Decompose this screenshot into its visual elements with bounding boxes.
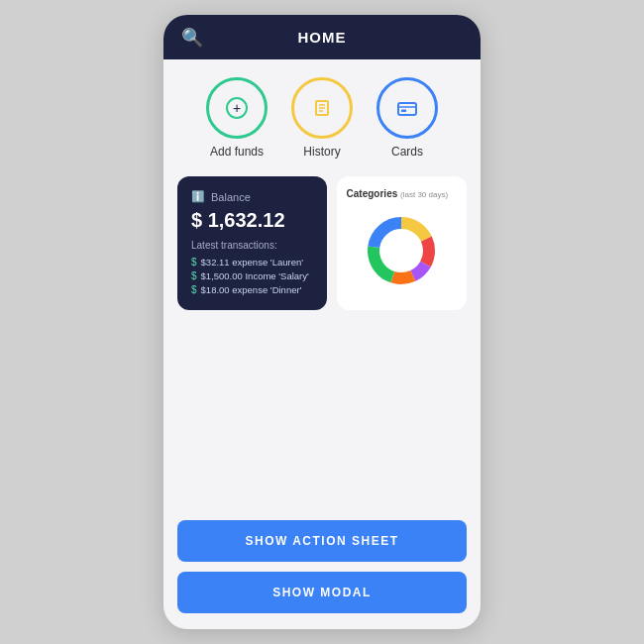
- quick-action-history[interactable]: History: [291, 77, 353, 159]
- transaction-1: $ $32.11 expense 'Lauren': [191, 257, 313, 268]
- search-icon[interactable]: 🔍: [181, 27, 203, 49]
- show-modal-button[interactable]: SHOW MODAL: [177, 572, 467, 613]
- balance-info-icon: ℹ️: [191, 190, 205, 203]
- add-funds-icon: +: [206, 77, 268, 139]
- transaction-text-3: $18.00 expense 'Dinner': [201, 284, 302, 295]
- categories-title: Categories (last 30 days): [347, 188, 457, 199]
- quick-actions-row: + Add funds History: [177, 77, 467, 159]
- cards-icon: [376, 77, 438, 139]
- transaction-icon-1: $: [191, 257, 197, 268]
- transaction-text-1: $32.11 expense 'Lauren': [201, 257, 303, 268]
- add-funds-label: Add funds: [210, 145, 264, 159]
- transactions-label: Latest transactions:: [191, 240, 313, 251]
- phone-container: 🔍 HOME + Add funds: [163, 15, 481, 629]
- balance-amount: $ 1,632.12: [191, 209, 313, 232]
- cards-label: Cards: [391, 145, 423, 159]
- content-area: + Add funds History: [163, 59, 481, 629]
- history-label: History: [303, 145, 340, 159]
- svg-rect-8: [401, 110, 406, 113]
- show-action-sheet-button[interactable]: SHOW ACTION SHEET: [177, 520, 467, 562]
- quick-action-add-funds[interactable]: + Add funds: [206, 77, 268, 159]
- action-buttons: SHOW ACTION SHEET SHOW MODAL: [177, 504, 467, 613]
- page-title: HOME: [298, 29, 347, 46]
- balance-label: Balance: [211, 191, 251, 203]
- svg-text:+: +: [233, 100, 241, 116]
- transaction-text-2: $1,500.00 Income 'Salary': [201, 270, 309, 281]
- balance-card: ℹ️ Balance $ 1,632.12 Latest transaction…: [177, 176, 327, 310]
- header: 🔍 HOME: [163, 15, 481, 59]
- transaction-3: $ $18.00 expense 'Dinner': [191, 284, 313, 295]
- svg-point-15: [385, 235, 417, 267]
- info-cards-row: ℹ️ Balance $ 1,632.12 Latest transaction…: [177, 176, 467, 310]
- quick-action-cards[interactable]: Cards: [376, 77, 438, 159]
- donut-chart: [347, 201, 457, 300]
- categories-card: Categories (last 30 days): [337, 176, 467, 310]
- transaction-2: $ $1,500.00 Income 'Salary': [191, 270, 313, 281]
- balance-header: ℹ️ Balance: [191, 190, 313, 203]
- history-icon: [291, 77, 353, 139]
- transaction-icon-2: $: [191, 270, 197, 281]
- svg-rect-6: [398, 103, 416, 115]
- transaction-icon-3: $: [191, 284, 197, 295]
